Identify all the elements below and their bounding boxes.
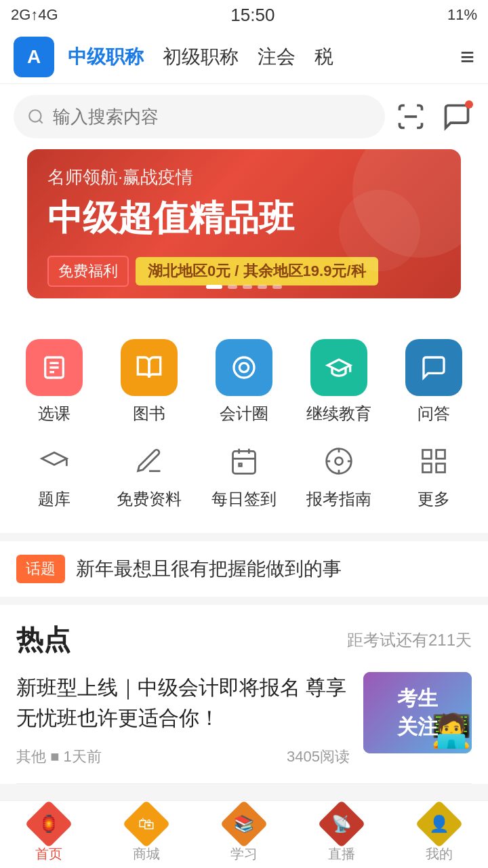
icon-wenda[interactable]: 问答: [393, 339, 474, 425]
svg-point-0: [29, 110, 41, 121]
tiku-label: 题库: [38, 488, 70, 510]
hot-article-reads: 3405阅读: [287, 747, 350, 767]
tushu-icon-box: [121, 339, 178, 396]
home-nav-icon: 🏮: [30, 806, 67, 842]
search-bar: [0, 84, 488, 149]
nav-tab-zhongjizhi[interactable]: 中级职称: [68, 44, 144, 70]
banner-dot-2[interactable]: [228, 285, 237, 289]
svg-point-7: [239, 363, 248, 372]
mianfei-label: 免费资料: [117, 488, 182, 510]
icon-grid: 选课 图书 会计圈 继续教育 问答: [0, 323, 488, 533]
banner-dot-5[interactable]: [272, 285, 282, 289]
study-nav-icon: 📚: [226, 806, 262, 842]
gengduo-icon: [413, 441, 454, 481]
menu-icon[interactable]: ≡: [460, 43, 474, 71]
live-nav-icon: 📡: [323, 806, 360, 842]
icon-tiku[interactable]: 题库: [14, 441, 95, 510]
hot-title: 热点: [16, 621, 70, 658]
bottom-nav-home[interactable]: 🏮 首页: [15, 806, 83, 863]
icon-xueke[interactable]: 选课: [14, 339, 95, 425]
bottom-nav-study[interactable]: 📚 学习: [210, 806, 278, 863]
hot-article-title: 新班型上线｜中级会计即将报名 尊享无忧班也许更适合你！: [16, 672, 350, 733]
battery-indicator: 11%: [447, 6, 477, 24]
icon-meiriqiandao[interactable]: 每日签到: [203, 441, 285, 510]
hot-article-thumbnail: 考生关注 🧑‍💻: [363, 672, 472, 753]
banner-dot-3[interactable]: [243, 285, 252, 289]
shop-nav-label: 商城: [133, 845, 160, 863]
icon-jixujiayu[interactable]: 继续教育: [298, 339, 380, 425]
banner-dots: [206, 285, 282, 289]
bottom-nav-mine[interactable]: 👤 我的: [405, 806, 473, 863]
wenda-icon-box: [405, 339, 462, 396]
jixujiayu-icon-box: [310, 339, 367, 396]
scan-icon-button[interactable]: [393, 99, 428, 134]
bottom-nav-live[interactable]: 📡 直播: [308, 806, 375, 863]
nav-tab-chujizhi[interactable]: 初级职称: [163, 44, 239, 70]
jixujiayu-label: 继续教育: [306, 403, 371, 425]
banner-dot-4[interactable]: [258, 285, 267, 289]
tushu-label: 图书: [133, 403, 165, 425]
search-input[interactable]: [53, 106, 371, 127]
banner-free-badge: 免费福利: [47, 256, 129, 287]
nav-bar: A 中级职称 初级职称 注会 税 ≡: [0, 30, 488, 84]
xueke-icon-box: [26, 339, 83, 396]
study-nav-label: 学习: [230, 845, 258, 863]
search-input-wrapper[interactable]: [14, 95, 385, 138]
icon-row-2: 题库 免费资料 每日签到 报考指南 更多: [7, 441, 481, 510]
svg-rect-12: [436, 450, 445, 459]
kuaijiquan-icon-box: [216, 339, 272, 396]
banner-dot-1[interactable]: [206, 285, 222, 289]
home-nav-label: 首页: [35, 845, 62, 863]
search-icon: [27, 107, 45, 126]
mine-nav-label: 我的: [426, 845, 453, 863]
svg-point-6: [234, 357, 254, 378]
nav-tab-zhuhui[interactable]: 注会: [258, 44, 296, 70]
promo-banner[interactable]: 名师领航·赢战疫情 中级超值精品班 免费福利 湖北地区0元 / 其余地区19.9…: [27, 149, 461, 298]
hot-header: 热点 距考试还有211天: [16, 621, 472, 658]
icon-kuaijiquan[interactable]: 会计圈: [203, 339, 285, 425]
hot-article-meta: 其他 ■ 1天前 3405阅读: [16, 747, 350, 767]
baokao-icon: [319, 441, 359, 481]
banner-price-info: 湖北地区0元 / 其余地区19.9元/科: [136, 257, 378, 285]
icon-tushu[interactable]: 图书: [108, 339, 190, 425]
hot-article-content: 新班型上线｜中级会计即将报名 尊享无忧班也许更适合你！ 其他 ■ 1天前 340…: [16, 672, 350, 767]
svg-point-10: [336, 458, 343, 465]
signal-indicator: 2G↑4G: [11, 6, 58, 24]
meiriqiandao-icon: [224, 441, 264, 481]
hot-article-0[interactable]: 新班型上线｜中级会计即将报名 尊享无忧班也许更适合你！ 其他 ■ 1天前 340…: [16, 672, 472, 784]
topic-tag: 话题: [16, 555, 65, 583]
bottom-nav-shop[interactable]: 🛍 商城: [113, 806, 180, 863]
icon-baokao[interactable]: 报考指南: [298, 441, 380, 510]
message-icon-button[interactable]: [439, 99, 474, 134]
wenda-label: 问答: [418, 403, 450, 425]
icon-mianfei[interactable]: 免费资料: [108, 441, 190, 510]
icon-gengduo[interactable]: 更多: [393, 441, 474, 510]
shop-nav-icon: 🛍: [128, 806, 165, 842]
svg-rect-8: [233, 451, 256, 473]
gengduo-label: 更多: [418, 488, 450, 510]
svg-rect-13: [423, 464, 432, 473]
kuaijiquan-label: 会计圈: [220, 403, 268, 425]
scan-icon: [396, 102, 426, 132]
message-badge: [465, 100, 473, 108]
mianfei-icon: [129, 441, 169, 481]
bottom-nav: 🏮 首页 🛍 商城 📚 学习 📡 直播 👤 我的: [0, 800, 488, 868]
svg-rect-11: [423, 450, 432, 459]
banner-subtitle: 名师领航·赢战疫情: [47, 165, 441, 189]
topic-text: 新年最想且很有把握能做到的事: [76, 556, 342, 582]
svg-rect-14: [436, 464, 445, 473]
nav-tab-other[interactable]: 税: [314, 44, 333, 70]
tiku-icon: [34, 441, 75, 481]
nav-tabs: 中级职称 初级职称 注会 税: [68, 44, 447, 70]
thumb-text: 考生关注: [397, 684, 438, 741]
topic-banner[interactable]: 话题 新年最想且很有把握能做到的事: [0, 541, 488, 597]
status-bar: 2G↑4G 15:50 11%: [0, 0, 488, 30]
icon-row-1: 选课 图书 会计圈 继续教育 问答: [7, 339, 481, 425]
baokao-label: 报考指南: [306, 488, 371, 510]
clock: 15:50: [230, 5, 274, 26]
meiriqiandao-label: 每日签到: [211, 488, 277, 510]
hot-countdown: 距考试还有211天: [347, 629, 472, 651]
hot-article-source: 其他 ■ 1天前: [16, 747, 102, 767]
search-action-icons: [393, 99, 474, 134]
app-logo[interactable]: A: [14, 37, 54, 77]
